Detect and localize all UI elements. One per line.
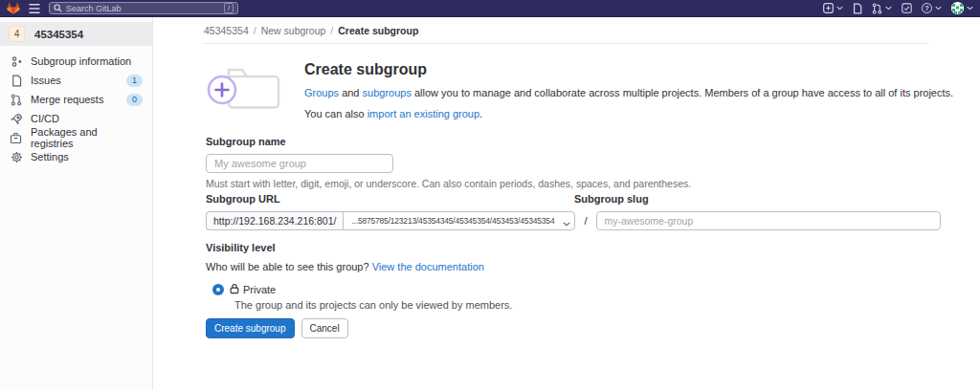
private-description: The group and its projects can only be v… <box>206 299 512 311</box>
sidebar-item-settings[interactable]: Settings <box>0 147 152 166</box>
top-navbar: Search GitLab / ? <box>0 0 980 17</box>
sidebar-item-label: Issues <box>31 75 61 86</box>
lock-icon <box>230 283 239 296</box>
private-label: Private <box>243 284 276 295</box>
groups-link[interactable]: Groups <box>304 87 339 98</box>
chevron-down-icon <box>935 6 942 11</box>
gear-icon <box>10 151 23 163</box>
new-menu-button[interactable] <box>823 3 843 13</box>
view-documentation-link[interactable]: View the documentation <box>372 261 484 272</box>
sidebar-item-label: CI/CD <box>31 113 59 124</box>
sidebar-item-issues[interactable]: Issues 1 <box>0 71 152 90</box>
sidebar-item-subgroup-information[interactable]: Subgroup information <box>0 52 152 71</box>
search-placeholder-text: Search GitLab <box>66 4 122 13</box>
main-content: 45345354 / New subgroup / Create subgrou… <box>153 17 980 390</box>
subgroups-link[interactable]: subgroups <box>363 87 412 98</box>
search-shortcut-key: / <box>224 3 234 13</box>
navbar-merge-requests-button[interactable] <box>872 3 892 14</box>
gitlab-logo-icon[interactable] <box>7 2 20 14</box>
sidebar-item-packages-registries[interactable]: Packages and registries <box>0 128 152 147</box>
group-avatar: 4 <box>9 26 25 42</box>
help-icon: ? <box>922 3 932 13</box>
visibility-question: Who will be able to see this group? View… <box>206 261 512 272</box>
merge-request-icon <box>10 94 23 106</box>
breadcrumb-new-subgroup[interactable]: New subgroup <box>261 25 326 36</box>
new-subgroup-illustration <box>206 58 284 119</box>
subgroup-name-help: Must start with letter, digit, emoji, or… <box>206 178 691 189</box>
private-visibility-option: Private <box>206 283 512 296</box>
sidebar-item-cicd[interactable]: CI/CD <box>0 109 152 128</box>
cancel-button[interactable]: Cancel <box>301 318 348 338</box>
parent-group-select[interactable]: ...5875785/123213/45354345/45345354/4534… <box>343 211 575 230</box>
issues-icon <box>10 75 23 87</box>
global-search-input[interactable]: Search GitLab / <box>49 2 238 14</box>
package-icon <box>10 132 23 144</box>
path-separator: / <box>584 215 587 227</box>
visibility-level-label: Visibility level <box>206 242 512 253</box>
sidebar-item-label: Packages and registries <box>31 126 143 149</box>
page-header-text: Create subgroup Groups and subgroups all… <box>304 58 953 119</box>
subgroup-name-label: Subgroup name <box>206 136 691 147</box>
private-radio-selected[interactable] <box>212 284 224 295</box>
rocket-icon <box>10 113 23 125</box>
subgroup-url-section: Subgroup URL Subgroup slug http://192.16… <box>206 193 941 230</box>
page-description: Groups and subgroups allow you to manage… <box>304 87 953 98</box>
form-actions: Create subgroup Cancel <box>206 318 348 338</box>
breadcrumb: 45345354 / New subgroup / Create subgrou… <box>204 25 418 36</box>
user-menu-button[interactable] <box>951 2 973 14</box>
chevron-down-icon <box>836 6 843 11</box>
breadcrumb-current: Create subgroup <box>338 25 418 36</box>
chevron-down-icon <box>885 6 892 11</box>
breadcrumb-divider <box>204 43 928 44</box>
navbar-issues-button[interactable] <box>853 3 862 14</box>
search-icon <box>54 4 62 12</box>
breadcrumb-group[interactable]: 45345354 <box>204 25 249 36</box>
sidebar-item-label: Merge requests <box>31 94 103 105</box>
user-avatar-identicon <box>951 2 964 14</box>
breadcrumb-separator: / <box>254 25 256 36</box>
sidebar-group-header[interactable]: 4 45345354 <box>0 22 152 46</box>
sidebar-item-label: Subgroup information <box>31 55 131 67</box>
help-menu-button[interactable]: ? <box>922 3 942 13</box>
navbar-actions: ? <box>823 2 973 14</box>
visibility-section: Visibility level Who will be able to see… <box>206 242 512 311</box>
subgroup-url-label: Subgroup URL <box>206 193 574 205</box>
subgroup-name-input[interactable] <box>206 154 393 173</box>
breadcrumb-separator: / <box>330 25 333 36</box>
merge-requests-count-badge: 0 <box>126 94 143 106</box>
import-existing-group-link[interactable]: import an existing group <box>368 108 479 119</box>
page-header: Create subgroup Groups and subgroups all… <box>206 58 953 119</box>
subgroup-name-field: Subgroup name Must start with letter, di… <box>206 136 691 189</box>
chevron-down-icon <box>967 6 973 11</box>
subgroup-slug-input[interactable] <box>596 211 941 230</box>
subgroup-slug-label: Subgroup slug <box>574 193 649 205</box>
page-title: Create subgroup <box>304 61 953 78</box>
sidebar-menu: Subgroup information Issues 1 Merge requ… <box>0 52 152 166</box>
hamburger-menu-icon[interactable] <box>29 4 40 13</box>
subgroup-information-icon <box>10 55 23 68</box>
group-name: 45345354 <box>34 29 83 40</box>
left-sidebar: 4 45345354 Subgroup information Issues 1 <box>0 17 153 390</box>
url-prefix: http://192.168.234.216:801/ <box>206 211 343 230</box>
gitlab-create-subgroup-page: Search GitLab / ? <box>0 0 980 390</box>
sidebar-item-merge-requests[interactable]: Merge requests 0 <box>0 90 152 109</box>
import-hint: You can also import an existing group. <box>304 108 953 119</box>
todo-list-button[interactable] <box>902 3 912 13</box>
issues-count-badge: 1 <box>126 75 143 87</box>
chevron-down-icon <box>563 219 570 228</box>
create-subgroup-button[interactable]: Create subgroup <box>206 318 295 338</box>
sidebar-item-label: Settings <box>31 151 69 162</box>
